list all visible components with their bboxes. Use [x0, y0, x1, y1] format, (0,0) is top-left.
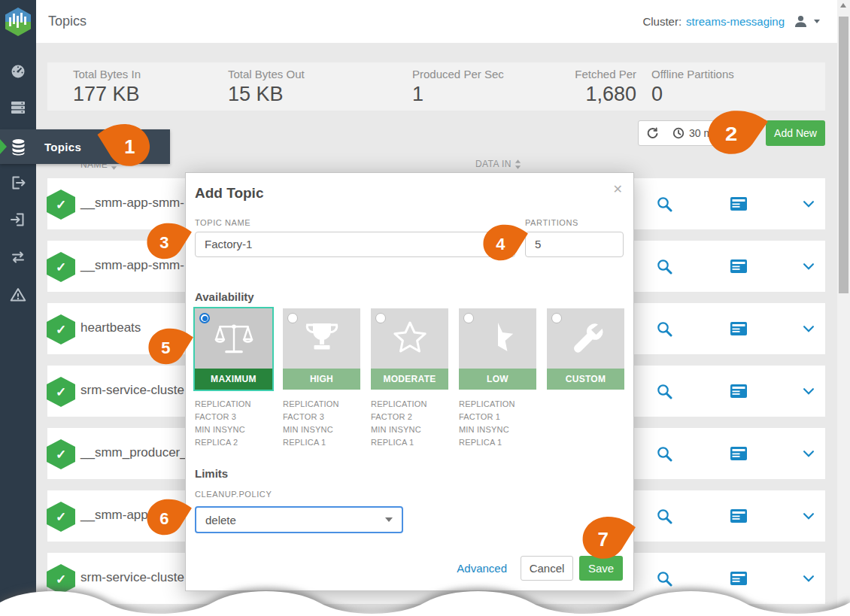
- stat-offline-partitions: Offline Partitions 0: [651, 68, 734, 106]
- chevron-down-icon[interactable]: [800, 507, 818, 525]
- sidebar-item-producers[interactable]: [0, 165, 36, 201]
- search-icon[interactable]: [655, 320, 673, 338]
- availability-option-label: MODERATE: [371, 369, 448, 390]
- cleanup-policy-value: delete: [205, 514, 236, 526]
- svg-text:7: 7: [597, 529, 608, 550]
- top-bar: Topics Cluster: streams-messaging: [0, 0, 850, 43]
- availability-option-high[interactable]: HIGH: [283, 308, 360, 390]
- sidebar-item-overview[interactable]: [0, 53, 36, 90]
- torn-edge-wave: [0, 584, 850, 616]
- cluster-area: Cluster: streams-messaging: [642, 0, 820, 43]
- refresh-button[interactable]: [638, 120, 666, 146]
- sort-icon: [515, 159, 521, 169]
- replication-info-maximum: REPLICATION FACTOR 3 MIN INSYNC REPLICA …: [195, 398, 264, 449]
- modal-title: Add Topic: [195, 185, 263, 202]
- callout-5: 5: [143, 326, 194, 366]
- topic-name: __smm-app: [80, 508, 148, 523]
- topic-details-icon[interactable]: [730, 257, 748, 275]
- sidebar-item-alerts[interactable]: [0, 277, 36, 313]
- topic-name: srm-service-cluste: [80, 570, 184, 585]
- chevron-down-icon[interactable]: [800, 382, 818, 400]
- chevron-down-icon[interactable]: [800, 445, 818, 463]
- topic-name-input[interactable]: Factory-1: [195, 232, 515, 257]
- availability-option-low[interactable]: LOW: [459, 308, 536, 390]
- callout-6: 6: [141, 497, 193, 537]
- scrollbar-up-arrow-icon[interactable]: [840, 3, 846, 8]
- topic-name: srm-service-cluste: [80, 383, 184, 398]
- availability-option-label: MAXIMUM: [195, 369, 272, 390]
- replication-info-high: REPLICATION FACTOR 3 MIN INSYNC REPLICA …: [283, 398, 352, 449]
- app-logo[interactable]: [0, 0, 36, 43]
- page-title: Topics: [48, 0, 87, 43]
- limits-section-label: Limits: [195, 467, 228, 480]
- chevron-down-icon[interactable]: [800, 257, 818, 275]
- search-icon[interactable]: [655, 195, 673, 213]
- partitions-input[interactable]: 5: [525, 232, 624, 257]
- cancel-button[interactable]: Cancel: [521, 556, 573, 581]
- svg-text:3: 3: [159, 233, 168, 252]
- search-icon[interactable]: [655, 445, 673, 463]
- column-header-data-in[interactable]: DATA IN: [475, 159, 521, 169]
- scales-icon: [214, 317, 254, 360]
- topic-details-icon[interactable]: [730, 382, 748, 400]
- availability-option-moderate[interactable]: MODERATE: [371, 308, 448, 390]
- refresh-icon: [646, 127, 659, 140]
- stats-summary-bar: Total Bytes In 177 KB Total Bytes Out 15…: [47, 62, 825, 111]
- radio-icon[interactable]: [287, 313, 298, 323]
- sidebar-item-consumers[interactable]: [0, 202, 36, 238]
- chevron-down-icon[interactable]: [800, 195, 818, 213]
- availability-option-maximum[interactable]: MAXIMUM: [195, 308, 272, 390]
- trophy-icon: [302, 318, 342, 359]
- topics-db-icon: [11, 138, 26, 156]
- scrollbar-thumb[interactable]: [839, 17, 848, 293]
- vertical-scrollbar[interactable]: [837, 0, 850, 616]
- healthy-check-icon: ✓: [47, 190, 75, 220]
- healthy-check-icon: ✓: [47, 314, 75, 344]
- search-icon[interactable]: [655, 382, 673, 400]
- healthy-check-icon: ✓: [47, 252, 75, 282]
- add-topic-modal: Add Topic ✕ TOPIC NAME Factory-1 PARTITI…: [185, 172, 634, 591]
- advanced-link[interactable]: Advanced: [457, 562, 507, 575]
- sidebar-item-topics-label: Topics: [44, 141, 81, 153]
- topic-details-icon[interactable]: [730, 195, 748, 213]
- topic-details-icon[interactable]: [730, 507, 748, 525]
- svg-text:6: 6: [159, 509, 168, 528]
- cluster-link[interactable]: streams-messaging: [686, 15, 785, 28]
- smm-logo-icon: [5, 7, 32, 37]
- cleanup-policy-select[interactable]: delete: [195, 506, 403, 533]
- availability-option-label: LOW: [459, 369, 536, 390]
- add-new-button[interactable]: Add New: [766, 120, 825, 146]
- active-nav-arrow-icon: [0, 139, 7, 154]
- replication-arrows-icon: [10, 249, 26, 266]
- user-menu-caret-icon[interactable]: [814, 20, 820, 23]
- topic-name-label: TOPIC NAME: [195, 218, 250, 227]
- callout-3: 3: [141, 221, 193, 261]
- topic-details-icon[interactable]: [730, 320, 748, 338]
- topic-name: __smm_producer_: [80, 445, 187, 460]
- svg-text:2: 2: [725, 123, 737, 144]
- callout-1: 1: [95, 122, 158, 168]
- healthy-check-icon: ✓: [47, 502, 75, 532]
- topic-details-icon[interactable]: [730, 445, 748, 463]
- chevron-down-icon[interactable]: [800, 320, 818, 338]
- sidebar-item-replications[interactable]: [0, 239, 36, 275]
- search-icon[interactable]: [655, 257, 673, 275]
- half-star-icon: [478, 318, 518, 359]
- availability-option-custom[interactable]: CUSTOM: [547, 308, 624, 390]
- replication-info-low: REPLICATION FACTOR 1 MIN INSYNC REPLICA …: [459, 398, 528, 449]
- dashboard-gauge-icon: [10, 63, 26, 80]
- radio-icon[interactable]: [463, 313, 474, 323]
- availability-option-label: CUSTOM: [547, 369, 624, 390]
- user-icon[interactable]: [794, 14, 808, 29]
- sidebar-item-brokers[interactable]: [0, 90, 36, 126]
- clock-icon: [672, 127, 685, 139]
- brokers-icon: [10, 99, 26, 116]
- radio-icon[interactable]: [375, 313, 386, 323]
- radio-icon[interactable]: [551, 313, 562, 323]
- availability-section-label: Availability: [195, 290, 254, 303]
- stat-fetched-per: Fetched Per 1,680: [546, 68, 636, 106]
- search-icon[interactable]: [655, 507, 673, 525]
- radio-selected-icon[interactable]: [199, 313, 210, 323]
- close-icon[interactable]: ✕: [613, 184, 623, 196]
- callout-7: 7: [576, 514, 636, 561]
